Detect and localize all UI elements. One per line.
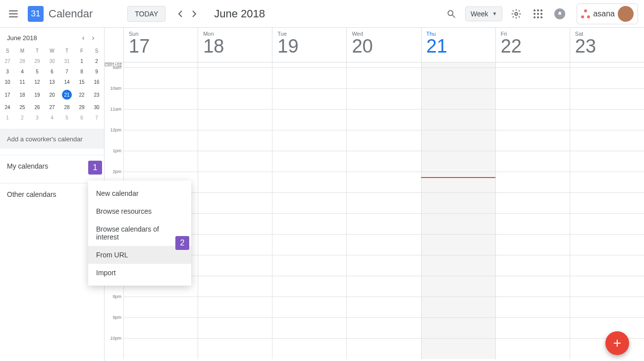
mini-day[interactable]: 25 (15, 102, 30, 113)
mini-day[interactable]: 6 (45, 66, 59, 77)
grid-cell[interactable] (495, 276, 570, 297)
grid-cell[interactable] (570, 318, 644, 338)
grid-cell[interactable] (495, 339, 570, 359)
grid-cell[interactable] (198, 214, 272, 234)
grid-cell[interactable] (198, 297, 272, 317)
grid-cell[interactable] (272, 62, 346, 67)
mini-day[interactable]: 31 (59, 56, 74, 66)
grid-cell[interactable] (198, 276, 272, 297)
grid-cell[interactable] (570, 62, 644, 67)
grid-cell[interactable] (198, 255, 272, 276)
grid-cell[interactable] (346, 151, 421, 172)
mini-day[interactable]: 21 (59, 87, 74, 102)
mini-day[interactable]: 22 (74, 87, 89, 102)
mini-day[interactable]: 7 (59, 66, 74, 77)
grid-cell[interactable] (421, 255, 495, 276)
grid-cell[interactable] (346, 214, 421, 234)
grid-cell[interactable] (272, 235, 346, 255)
grid-cell[interactable] (421, 297, 495, 317)
create-event-fab[interactable]: + (605, 331, 629, 355)
mini-day[interactable]: 30 (89, 102, 104, 113)
mini-day[interactable]: 13 (45, 77, 59, 87)
grid-cell[interactable] (198, 172, 272, 192)
mini-day[interactable]: 12 (30, 77, 45, 87)
grid-cell[interactable] (198, 339, 272, 359)
grid-cell[interactable] (421, 193, 495, 213)
grid-cell[interactable] (421, 151, 495, 172)
menu-item-import[interactable]: Import (88, 264, 191, 282)
grid-cell[interactable] (495, 62, 570, 67)
mini-next-button[interactable]: › (88, 34, 98, 42)
mini-day[interactable]: 8 (74, 66, 89, 77)
grid-cell[interactable] (346, 255, 421, 276)
grid-cell[interactable] (272, 89, 346, 109)
mini-day[interactable]: 28 (59, 102, 74, 113)
grid-cell[interactable] (421, 235, 495, 255)
grid-cell[interactable] (123, 68, 198, 88)
search-icon[interactable] (445, 8, 457, 20)
grid-cell[interactable] (346, 89, 421, 109)
grid-cell[interactable] (123, 297, 198, 317)
grid-cell[interactable] (198, 151, 272, 172)
mini-day[interactable]: 10 (0, 77, 15, 87)
day-header[interactable]: Thu21 (421, 28, 495, 62)
mini-day[interactable]: 15 (74, 77, 89, 87)
avatar[interactable] (618, 6, 634, 22)
mini-day[interactable]: 24 (0, 102, 15, 113)
gear-icon[interactable] (510, 8, 522, 20)
mini-day[interactable]: 7 (89, 113, 104, 123)
grid-cell[interactable] (495, 255, 570, 276)
grid-cell[interactable] (198, 68, 272, 88)
grid-cell[interactable] (495, 110, 570, 130)
mini-day[interactable]: 30 (45, 56, 59, 66)
grid-cell[interactable] (570, 193, 644, 213)
day-header[interactable]: Sat23 (570, 28, 644, 62)
asana-button[interactable]: asana (577, 3, 638, 24)
grid-cell[interactable] (346, 110, 421, 130)
grid-cell[interactable] (272, 68, 346, 88)
grid-cell[interactable] (495, 193, 570, 213)
grid-cell[interactable] (421, 172, 495, 192)
mini-prev-button[interactable]: ‹ (78, 34, 88, 42)
mini-day[interactable]: 1 (0, 113, 15, 123)
mini-day[interactable]: 29 (30, 56, 45, 66)
grid-cell[interactable] (346, 297, 421, 317)
grid-cell[interactable] (421, 110, 495, 130)
mini-calendar[interactable]: SMTWTFS 27282930311234567891011121314151… (0, 46, 104, 123)
grid-cell[interactable] (346, 193, 421, 213)
grid-cell[interactable] (272, 214, 346, 234)
mini-day[interactable]: 17 (0, 87, 15, 102)
view-selector[interactable]: Week ▼ (465, 6, 502, 21)
grid-cell[interactable] (198, 318, 272, 338)
grid-cell[interactable] (570, 297, 644, 317)
grid-cell[interactable] (272, 339, 346, 359)
mini-day[interactable]: 19 (30, 87, 45, 102)
grid-cell[interactable] (198, 235, 272, 255)
grid-cell[interactable] (570, 89, 644, 109)
grid-cell[interactable] (346, 339, 421, 359)
grid-cell[interactable] (123, 89, 198, 109)
mini-day[interactable]: 9 (89, 66, 104, 77)
mini-day[interactable]: 11 (15, 77, 30, 87)
prev-week-button[interactable] (173, 7, 187, 21)
day-header[interactable]: Fri22 (495, 28, 570, 62)
mini-day[interactable]: 3 (0, 66, 15, 77)
mini-day[interactable]: 28 (15, 56, 30, 66)
grid-cell[interactable] (272, 318, 346, 338)
grid-cell[interactable] (272, 297, 346, 317)
mini-day[interactable]: 23 (89, 87, 104, 102)
grid-cell[interactable] (346, 318, 421, 338)
grid-cell[interactable] (198, 62, 272, 67)
mini-day[interactable]: 27 (45, 102, 59, 113)
grid-cell[interactable] (272, 172, 346, 192)
grid-cell[interactable] (198, 89, 272, 109)
day-header[interactable]: Tue19 (272, 28, 346, 62)
mini-day[interactable]: 14 (59, 77, 74, 87)
grid-cell[interactable] (272, 151, 346, 172)
grid-cell[interactable] (123, 130, 198, 151)
grid-cell[interactable] (198, 193, 272, 213)
grid-cell[interactable] (421, 89, 495, 109)
day-header[interactable]: Sun17 (123, 28, 198, 62)
grid-cell[interactable] (570, 235, 644, 255)
grid-cell[interactable] (421, 68, 495, 88)
